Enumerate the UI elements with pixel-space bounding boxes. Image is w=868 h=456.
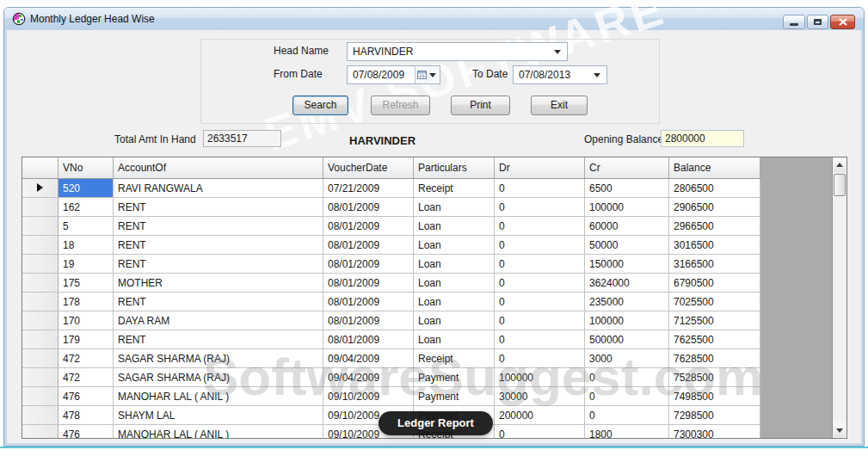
grid-cell[interactable]: 0: [495, 179, 585, 198]
column-header[interactable]: Dr: [495, 157, 585, 179]
grid-cell[interactable]: 6790500: [669, 274, 760, 293]
grid-cell[interactable]: Loan: [414, 198, 495, 217]
grid-cell[interactable]: 2806500: [669, 179, 760, 198]
grid-cell[interactable]: 0: [495, 217, 585, 236]
grid-cell[interactable]: Loan: [414, 293, 495, 311]
grid-cell[interactable]: Loan: [414, 217, 495, 236]
grid-cell[interactable]: DAYA RAM: [114, 311, 323, 330]
row-selector-header[interactable]: [22, 157, 58, 179]
grid-cell[interactable]: 7125500: [669, 311, 760, 330]
grid-cell[interactable]: 0: [495, 255, 585, 274]
grid-cell[interactable]: 08/01/2009: [323, 293, 414, 311]
row-selector[interactable]: [22, 236, 58, 255]
grid-cell[interactable]: 0: [495, 425, 585, 440]
minimize-button[interactable]: [783, 15, 805, 29]
grid-cell[interactable]: 0: [495, 274, 585, 293]
column-header[interactable]: Balance: [669, 157, 760, 179]
grid-cell[interactable]: 60000: [585, 217, 669, 236]
grid-cell[interactable]: MOTHER: [114, 274, 323, 293]
grid-cell[interactable]: 3016500: [669, 236, 760, 255]
row-selector[interactable]: [22, 349, 58, 368]
grid-cell[interactable]: 100000: [585, 311, 669, 330]
grid-cell[interactable]: 235000: [585, 293, 669, 311]
row-selector[interactable]: [22, 274, 58, 293]
column-header[interactable]: Particulars: [414, 157, 495, 179]
grid-cell[interactable]: 07/21/2009: [323, 179, 414, 198]
grid-cell[interactable]: 472: [58, 368, 114, 387]
grid-cell[interactable]: RENT: [114, 198, 323, 217]
row-selector[interactable]: [22, 255, 58, 274]
grid-cell[interactable]: 1800: [585, 425, 669, 440]
grid-cell[interactable]: 520: [58, 179, 114, 198]
search-button[interactable]: Search: [292, 96, 348, 115]
grid-cell[interactable]: Loan: [414, 311, 495, 330]
refresh-button[interactable]: Refresh: [371, 96, 430, 115]
grid-cell[interactable]: 162: [58, 198, 114, 217]
grid-cell[interactable]: 178: [58, 293, 114, 311]
grid-cell[interactable]: 2966500: [669, 217, 760, 236]
grid-cell[interactable]: RAVI RANGWALA: [114, 179, 323, 198]
grid-cell[interactable]: 08/01/2009: [323, 198, 414, 217]
scroll-down-button[interactable]: [834, 423, 846, 437]
grid-cell[interactable]: 08/01/2009: [323, 255, 414, 274]
grid-cell[interactable]: 179: [58, 330, 114, 349]
grid-cell[interactable]: 0: [495, 311, 585, 330]
grid-cell[interactable]: 08/01/2009: [323, 311, 414, 330]
grid-cell[interactable]: 7298500: [669, 406, 760, 425]
row-selector[interactable]: [22, 217, 58, 236]
grid-cell[interactable]: 5: [58, 217, 114, 236]
grid-cell[interactable]: 3166500: [669, 255, 760, 274]
grid-cell[interactable]: 50000: [585, 236, 669, 255]
row-selector[interactable]: [22, 330, 58, 349]
grid-cell[interactable]: Loan: [414, 236, 495, 255]
column-header[interactable]: AccountOf: [114, 157, 323, 179]
grid-cell[interactable]: 175: [58, 274, 114, 293]
grid-cell[interactable]: 0: [495, 198, 585, 217]
to-date-combobox[interactable]: 07/08/2013: [513, 65, 607, 84]
row-selector[interactable]: [22, 387, 58, 406]
grid-cell[interactable]: 08/01/2009: [323, 274, 414, 293]
grid-cell[interactable]: 478: [58, 406, 114, 425]
grid-cell[interactable]: 18: [58, 236, 114, 255]
grid-cell[interactable]: RENT: [114, 236, 323, 255]
exit-button[interactable]: Exit: [531, 96, 588, 115]
close-button[interactable]: [830, 15, 855, 29]
from-date-picker[interactable]: 07/08/2009: [347, 65, 440, 84]
total-amt-input[interactable]: [203, 130, 281, 147]
opening-balance-input[interactable]: [661, 130, 744, 147]
date-picker-button[interactable]: [415, 66, 440, 83]
scroll-up-button[interactable]: [834, 158, 846, 172]
grid-cell[interactable]: 0: [585, 406, 669, 425]
row-selector[interactable]: [22, 179, 58, 198]
grid-cell[interactable]: 6500: [585, 179, 669, 198]
grid-cell[interactable]: 150000: [585, 255, 669, 274]
scrollbar-thumb[interactable]: [834, 174, 846, 196]
grid-cell[interactable]: 08/01/2009: [323, 236, 414, 255]
grid-cell[interactable]: 100000: [585, 198, 669, 217]
grid-cell[interactable]: MANOHAR LAL ( ANIL ): [114, 425, 323, 440]
column-header[interactable]: VoucherDate: [323, 157, 414, 179]
print-button[interactable]: Print: [451, 96, 510, 115]
grid-cell[interactable]: 170: [58, 311, 114, 330]
grid-cell[interactable]: 08/01/2009: [323, 217, 414, 236]
grid-cell[interactable]: RENT: [114, 217, 323, 236]
row-selector[interactable]: [22, 293, 58, 311]
grid-cell[interactable]: 7300300: [669, 425, 760, 440]
grid-cell[interactable]: 476: [58, 387, 114, 406]
grid-cell[interactable]: 3624000: [585, 274, 669, 293]
grid-cell[interactable]: 19: [58, 255, 114, 274]
grid-cell[interactable]: 2906500: [669, 198, 760, 217]
head-name-combobox[interactable]: HARVINDER: [347, 42, 568, 61]
grid-cell[interactable]: SHAYM LAL: [114, 406, 323, 425]
maximize-button[interactable]: [807, 15, 828, 29]
row-selector[interactable]: [22, 198, 58, 217]
row-selector[interactable]: [22, 425, 58, 440]
grid-cell[interactable]: RENT: [114, 255, 323, 274]
grid-cell[interactable]: 0: [495, 236, 585, 255]
row-selector[interactable]: [22, 311, 58, 330]
grid-cell[interactable]: 0: [495, 293, 585, 311]
grid-cell[interactable]: 200000: [495, 406, 585, 425]
grid-cell[interactable]: Loan: [414, 274, 495, 293]
row-selector[interactable]: [22, 368, 58, 387]
grid-cell[interactable]: Loan: [414, 255, 495, 274]
